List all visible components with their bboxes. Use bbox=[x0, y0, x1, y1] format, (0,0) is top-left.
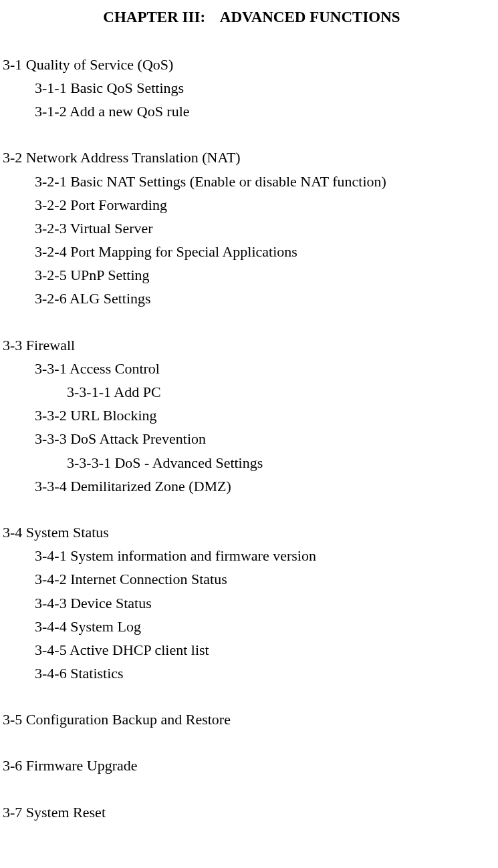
toc-entry-3-3-1-1: 3-3-1-1 Add PC bbox=[67, 380, 498, 404]
toc-entry-3-2-3: 3-2-3 Virtual Server bbox=[35, 216, 498, 240]
toc-entry-3-2-4: 3-2-4 Port Mapping for Special Applicati… bbox=[35, 240, 498, 263]
toc-entry-3-1-1: 3-1-1 Basic QoS Settings bbox=[35, 76, 498, 100]
toc-entry-3-2-1: 3-2-1 Basic NAT Settings (Enable or disa… bbox=[35, 170, 498, 193]
toc-entry-3-4-1: 3-4-1 System information and firmware ve… bbox=[35, 544, 498, 567]
toc-entry-3-2-2: 3-2-2 Port Forwarding bbox=[35, 193, 498, 216]
spacer bbox=[3, 685, 498, 708]
toc-entry-3-3-2: 3-3-2 URL Blocking bbox=[35, 404, 498, 427]
toc-section-3-1: 3-1 Quality of Service (QoS) bbox=[3, 53, 498, 76]
toc-entry-3-4-5: 3-4-5 Active DHCP client list bbox=[35, 638, 498, 662]
toc-entry-3-3-3: 3-3-3 DoS Attack Prevention bbox=[35, 427, 498, 450]
toc-entry-3-1-2: 3-1-2 Add a new QoS rule bbox=[35, 100, 498, 123]
spacer bbox=[3, 311, 498, 333]
toc-entry-3-4-6: 3-4-6 Statistics bbox=[35, 662, 498, 685]
toc-entry-3-2-6: 3-2-6 ALG Settings bbox=[35, 287, 498, 310]
chapter-title: CHAPTER III: ADVANCED FUNCTIONS bbox=[3, 5, 498, 30]
spacer bbox=[3, 123, 498, 146]
toc-entry-3-3-3-1: 3-3-3-1 DoS - Advanced Settings bbox=[67, 451, 498, 474]
spacer bbox=[3, 778, 498, 801]
toc-entry-3-4-3: 3-4-3 Device Status bbox=[35, 591, 498, 615]
toc-section-3-5: 3-5 Configuration Backup and Restore bbox=[3, 708, 498, 731]
toc-section-3-3: 3-3 Firewall bbox=[3, 333, 498, 357]
toc-section-3-7: 3-7 System Reset bbox=[3, 801, 498, 824]
toc-entry-3-2-5: 3-2-5 UPnP Setting bbox=[35, 263, 498, 287]
toc-section-3-2: 3-2 Network Address Translation (NAT) bbox=[3, 146, 498, 169]
spacer bbox=[3, 731, 498, 754]
toc-entry-3-3-1: 3-3-1 Access Control bbox=[35, 357, 498, 380]
toc-section-3-4: 3-4 System Status bbox=[3, 521, 498, 544]
toc-entry-3-3-4: 3-3-4 Demilitarized Zone (DMZ) bbox=[35, 474, 498, 498]
toc-entry-3-4-4: 3-4-4 System Log bbox=[35, 615, 498, 638]
spacer bbox=[3, 498, 498, 521]
toc-entry-3-4-2: 3-4-2 Internet Connection Status bbox=[35, 567, 498, 591]
toc-section-3-6: 3-6 Firmware Upgrade bbox=[3, 754, 498, 777]
